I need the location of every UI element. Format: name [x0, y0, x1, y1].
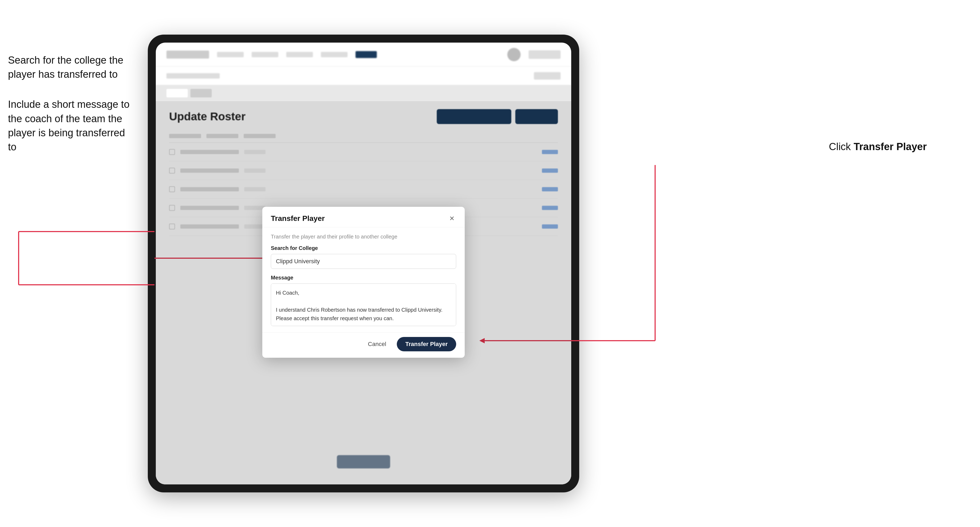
sub-header — [156, 67, 571, 85]
college-search-input[interactable] — [271, 254, 456, 269]
modal-footer: Cancel Transfer Player — [262, 332, 465, 358]
annotation-search-text: Search for the college the player has tr… — [8, 53, 136, 81]
nav-item-4 — [321, 52, 347, 57]
modal-title: Transfer Player — [271, 214, 325, 223]
nav-item-3 — [286, 52, 313, 57]
transfer-player-modal: Transfer Player ✕ Transfer the player an… — [262, 207, 465, 358]
nav-item-1 — [217, 52, 243, 57]
ipad-screen: Update Roster — [156, 43, 571, 484]
tab-item-active — [167, 89, 188, 97]
college-label: Search for College — [271, 245, 456, 251]
ipad-device: Update Roster — [148, 35, 579, 492]
tab-item-1 — [190, 89, 212, 97]
modal-header: Transfer Player ✕ — [262, 207, 465, 227]
transfer-player-button[interactable]: Transfer Player — [397, 337, 456, 351]
app-content: Update Roster — [156, 43, 571, 484]
close-icon[interactable]: ✕ — [448, 214, 456, 223]
annotation-left: Search for the college the player has tr… — [8, 53, 136, 170]
nav-avatar — [508, 48, 520, 61]
annotation-message-text: Include a short message to the coach of … — [8, 97, 136, 154]
message-label: Message — [271, 275, 456, 281]
sub-header-text-1 — [167, 73, 220, 78]
main-content: Update Roster — [156, 101, 571, 484]
tab-bar — [156, 85, 571, 101]
nav-item-2 — [252, 52, 278, 57]
modal-body: Transfer the player and their profile to… — [262, 227, 465, 332]
modal-subtitle: Transfer the player and their profile to… — [271, 234, 456, 240]
annotation-right: Click Transfer Player — [829, 141, 927, 152]
nav-btn — [529, 50, 561, 59]
cancel-button[interactable]: Cancel — [363, 338, 391, 350]
annotation-transfer-label: Transfer Player — [854, 141, 927, 152]
message-textarea[interactable]: Hi Coach, I understand Chris Robertson h… — [271, 284, 456, 326]
nav-bar — [156, 43, 571, 67]
modal-overlay: Transfer Player ✕ Transfer the player an… — [156, 101, 571, 484]
nav-logo — [167, 51, 209, 59]
sub-header-btn — [534, 72, 561, 79]
nav-item-active — [355, 51, 377, 58]
